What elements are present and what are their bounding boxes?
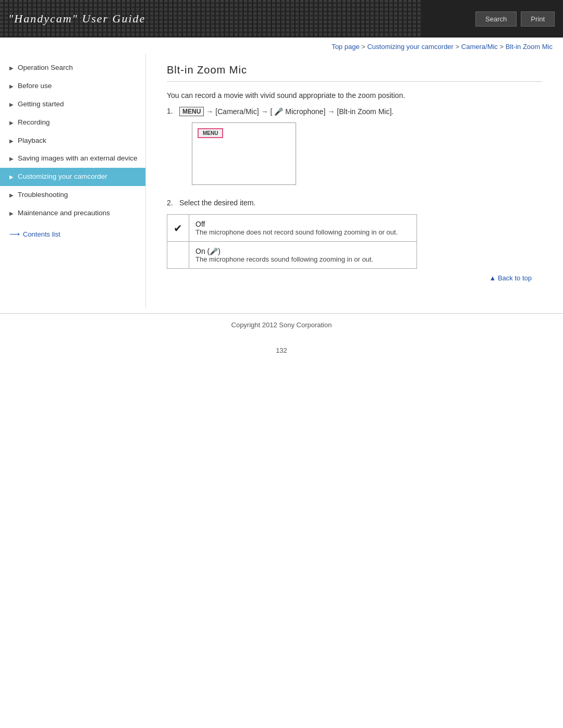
header-right: Search Print: [475, 11, 555, 27]
checkmark-icon: ✔: [174, 223, 182, 234]
arrow-icon: ▶: [9, 138, 14, 145]
option-off-row: ✔ Off The microphone does not record sou…: [167, 215, 417, 242]
select-text: Select the desired item.: [179, 199, 255, 207]
search-button[interactable]: Search: [475, 11, 517, 27]
back-to-top[interactable]: ▲ Back to top: [167, 269, 542, 287]
breadcrumb-toppage[interactable]: Top page: [332, 43, 360, 51]
instruction-text-3: [Blt-in Zoom Mic].: [337, 107, 394, 116]
sidebar-item-operation-search[interactable]: ▶ Operation Search: [0, 59, 145, 77]
arrow-icon: ▶: [9, 101, 14, 108]
options-table: ✔ Off The microphone does not record sou…: [167, 214, 417, 269]
step-2-number: 2.: [167, 199, 179, 207]
sidebar-item-saving-images[interactable]: ▶ Saving images with an external device: [0, 150, 145, 168]
step-2: 2. Select the desired item.: [167, 199, 542, 207]
back-to-top-link[interactable]: ▲ Back to top: [489, 274, 532, 282]
sidebar-item-maintenance[interactable]: ▶ Maintenance and precautions: [0, 204, 145, 223]
layout: ▶ Operation Search ▶ Before use ▶ Gettin…: [0, 54, 563, 308]
contents-list-link[interactable]: ⟶ Contents list: [0, 223, 145, 245]
arrow-icon: ▶: [9, 174, 14, 181]
sidebar-item-label: Getting started: [18, 100, 138, 109]
breadcrumb-customizing[interactable]: Customizing your camcorder: [367, 43, 453, 51]
menu-instruction: MENU → [Camera/Mic] → [ 🎤 Microphone] → …: [179, 107, 542, 116]
copyright-text: Copyright 2012 Sony Corporation: [231, 321, 332, 329]
header: "Handycam" User Guide Search Print: [0, 0, 563, 38]
step-1-content: MENU → [Camera/Mic] → [ 🎤 Microphone] → …: [179, 107, 542, 191]
sidebar-item-troubleshooting[interactable]: ▶ Troubleshooting: [0, 186, 145, 204]
option-on-label: On (🎤): [195, 247, 410, 255]
sidebar-item-recording[interactable]: ▶ Recording: [0, 114, 145, 132]
option-on-row: On (🎤) The microphone records sound foll…: [167, 242, 417, 269]
sidebar-item-label: Before use: [18, 81, 138, 91]
step-1-number: 1.: [167, 107, 179, 115]
option-off-desc: The microphone does not record sound fol…: [195, 228, 410, 236]
arrow-icon: ▶: [9, 83, 14, 90]
arrow-right-icon: →: [206, 107, 213, 116]
intro-text: You can record a movie with vivid sound …: [167, 91, 542, 100]
sidebar-item-playback[interactable]: ▶ Playback: [0, 132, 145, 150]
option-on-indicator: [167, 242, 189, 269]
step-1: 1. MENU → [Camera/Mic] → [ 🎤 Microphone]…: [167, 107, 542, 191]
sidebar-item-getting-started[interactable]: ▶ Getting started: [0, 95, 145, 114]
contents-arrow-icon: ⟶: [9, 230, 20, 238]
footer: Copyright 2012 Sony Corporation: [0, 314, 563, 336]
step-2-content: Select the desired item.: [179, 199, 542, 207]
arrow-icon: ▶: [9, 65, 14, 72]
sidebar-item-label: Playback: [18, 136, 138, 146]
sidebar-item-label: Recording: [18, 118, 138, 128]
sidebar: ▶ Operation Search ▶ Before use ▶ Gettin…: [0, 54, 146, 308]
sidebar-item-label: Saving images with an external device: [18, 154, 138, 164]
sidebar-item-customizing[interactable]: ▶ Customizing your camcorder: [0, 168, 145, 186]
menu-button-image: MENU: [198, 128, 223, 138]
option-on-content: On (🎤) The microphone records sound foll…: [189, 242, 417, 269]
option-on-desc: The microphone records sound following z…: [195, 255, 410, 263]
arrow-right-icon: →: [261, 107, 268, 116]
menu-box: MENU: [179, 107, 204, 116]
sidebar-item-label: Operation Search: [18, 63, 138, 73]
option-off-indicator: ✔: [167, 215, 189, 242]
arrow-icon: ▶: [9, 119, 14, 127]
instruction-text: [Camera/Mic]: [215, 107, 259, 116]
header-left: "Handycam" User Guide: [8, 12, 145, 26]
page-title: Blt-in Zoom Mic: [167, 64, 542, 82]
menu-image: MENU: [192, 122, 296, 185]
header-title: "Handycam" User Guide: [8, 12, 145, 26]
option-off-label: Off: [195, 220, 410, 228]
print-button[interactable]: Print: [521, 11, 555, 27]
sidebar-item-label: Customizing your camcorder: [18, 172, 138, 182]
sidebar-item-label: Troubleshooting: [18, 190, 138, 200]
instruction-text-2: [ 🎤 Microphone]: [271, 107, 326, 116]
breadcrumb: Top page > Customizing your camcorder > …: [0, 38, 563, 54]
arrow-icon: ▶: [9, 210, 14, 217]
breadcrumb-cameramic[interactable]: Camera/Mic: [461, 43, 498, 51]
breadcrumb-bltzoommic[interactable]: Blt-in Zoom Mic: [506, 43, 553, 51]
arrow-right-icon: →: [327, 107, 335, 116]
arrow-icon: ▶: [9, 192, 14, 199]
arrow-icon: ▶: [9, 155, 14, 163]
sidebar-item-label: Maintenance and precautions: [18, 208, 138, 218]
page-number: 132: [0, 336, 563, 365]
option-off-content: Off The microphone does not record sound…: [189, 215, 417, 242]
contents-list-label: Contents list: [23, 230, 60, 238]
sidebar-item-before-use[interactable]: ▶ Before use: [0, 77, 145, 95]
main-content: Blt-in Zoom Mic You can record a movie w…: [146, 54, 563, 308]
